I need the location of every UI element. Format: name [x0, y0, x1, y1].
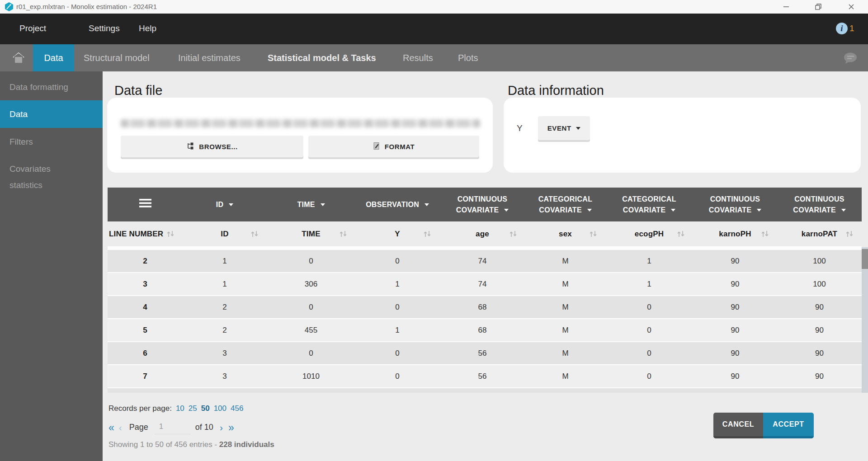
records-per-page-option-456[interactable]: 456	[231, 404, 243, 413]
sort-icon[interactable]	[338, 230, 348, 238]
browse-button[interactable]: BROWSE...	[121, 136, 303, 157]
main-content: Data file BROWSE...	[103, 71, 868, 461]
sort-icon[interactable]	[422, 230, 432, 238]
cancel-button[interactable]: CANCEL	[713, 413, 763, 438]
column-header-line-number: LINE NUMBER	[108, 221, 183, 246]
accept-button[interactable]: ACCEPT	[763, 413, 814, 438]
sort-icon[interactable]	[676, 230, 686, 238]
hamburger-menu-icon[interactable]	[139, 198, 151, 211]
column-type-header: TIME	[267, 188, 355, 221]
column-type-dropdown[interactable]: TIME	[297, 199, 325, 210]
vertical-scrollbar[interactable]	[862, 247, 868, 393]
sort-icon[interactable]	[165, 230, 175, 238]
table-row: 630056M09090	[108, 342, 862, 364]
browse-label: BROWSE...	[199, 143, 237, 151]
chevron-down-icon	[229, 203, 233, 206]
notification-badge[interactable]: i 1	[836, 23, 854, 34]
showing-text: Showing 1 to 50 of 456 entries -	[108, 440, 219, 449]
tab-results[interactable]: Results	[403, 44, 433, 71]
column-type-dropdown[interactable]: CONTINUOUS COVARIATE	[786, 194, 854, 216]
column-header-label: karnoPAT	[802, 230, 837, 239]
page-of-label: of 10	[195, 423, 213, 432]
previous-page-icon[interactable]: ‹	[119, 423, 122, 432]
column-header-row: LINE NUMBERIDTIMEYagesexecogPHkarnoPHkar…	[108, 221, 862, 246]
column-type-header: CATEGORICAL COVARIATE	[525, 188, 605, 221]
column-type-header: CONTINUOUS COVARIATE	[439, 188, 525, 221]
column-type-header: CATEGORICAL COVARIATE	[605, 188, 693, 221]
records-per-page-option-10[interactable]: 10	[176, 404, 184, 413]
sort-icon[interactable]	[588, 230, 598, 238]
table-cell: 0	[605, 303, 693, 312]
records-per-page: Records per page: 102550100456	[108, 404, 243, 413]
page-number-input[interactable]	[155, 420, 191, 434]
column-type-dropdown[interactable]: CATEGORICAL COVARIATE	[532, 194, 599, 216]
sidebar-item-data[interactable]: Data	[0, 100, 103, 128]
column-type-dropdown[interactable]: CONTINUOUS COVARIATE	[701, 194, 769, 216]
table-cell: 0	[355, 349, 439, 358]
table-cell: 68	[439, 303, 525, 312]
restore-icon[interactable]	[811, 0, 826, 14]
next-page-icon[interactable]: ›	[220, 423, 223, 432]
column-type-header: CONTINUOUS COVARIATE	[777, 188, 862, 221]
table-cell: M	[525, 280, 605, 289]
records-per-page-option-50[interactable]: 50	[201, 404, 210, 413]
table-cell: 0	[605, 372, 693, 381]
chevron-down-icon	[757, 209, 761, 212]
chat-bubble-icon[interactable]	[842, 50, 859, 69]
column-type-dropdown[interactable]: OBSERVATION	[366, 199, 429, 210]
table-cell: 1	[355, 326, 439, 335]
sort-icon[interactable]	[844, 230, 854, 238]
sidebar-item-filters[interactable]: Filters	[0, 134, 103, 150]
tab-data[interactable]: Data	[33, 44, 74, 71]
table-cell: 2	[183, 303, 267, 312]
column-type-dropdown[interactable]: CONTINUOUS COVARIATE	[448, 194, 516, 216]
menu-help[interactable]: Help	[139, 24, 156, 33]
data-file-title: Data file	[114, 83, 162, 98]
page-label: Page	[129, 423, 148, 432]
sidebar-item-covariates-statistics[interactable]: Covariates statistics	[0, 161, 72, 193]
column-header-y: Y	[355, 221, 439, 246]
menubar: Project Settings Help i 1	[0, 14, 868, 44]
y-type-value: EVENT	[547, 124, 571, 132]
menu-project[interactable]: Project	[19, 24, 46, 33]
column-header-time: TIME	[267, 221, 355, 246]
records-per-page-option-25[interactable]: 25	[189, 404, 197, 413]
tab-statistical-model-tasks[interactable]: Statistical model & Tasks	[268, 44, 376, 71]
sort-icon[interactable]	[760, 230, 770, 238]
column-header-karnopat: karnoPAT	[777, 221, 862, 246]
home-icon[interactable]	[12, 51, 25, 66]
close-icon[interactable]	[844, 0, 859, 14]
table-cell: 90	[693, 280, 777, 289]
chevron-down-icon	[671, 209, 675, 212]
table-cell: 1	[355, 280, 439, 289]
y-type-dropdown[interactable]: EVENT	[538, 116, 590, 140]
table-cell: 306	[267, 280, 355, 289]
tab-plots[interactable]: Plots	[458, 44, 478, 71]
table-cell: 90	[777, 326, 862, 335]
column-type-dropdown[interactable]: ID	[216, 199, 233, 210]
monolix-logo-icon	[4, 2, 14, 14]
sort-icon[interactable]	[250, 230, 259, 238]
entries-summary: Showing 1 to 50 of 456 entries - 228 ind…	[108, 440, 274, 449]
chevron-down-icon	[587, 209, 592, 212]
table-body: 210074M19010031306174M190100420068M09090…	[108, 246, 862, 393]
tab-structural-model[interactable]: Structural model	[84, 44, 150, 71]
data-file-card: BROWSE... FORMAT	[107, 98, 493, 173]
table-cell: 1	[183, 280, 267, 289]
sidebar-item-data-formatting[interactable]: Data formatting	[0, 80, 103, 95]
first-page-icon[interactable]: «	[108, 423, 114, 432]
table-cell: 90	[693, 349, 777, 358]
column-header-label: Y	[395, 230, 400, 239]
action-buttons: CANCEL ACCEPT	[713, 413, 814, 438]
tab-initial-estimates[interactable]: Initial estimates	[178, 44, 241, 71]
minimize-icon[interactable]	[778, 0, 794, 14]
table-cell: 1	[605, 280, 693, 289]
records-per-page-option-100[interactable]: 100	[214, 404, 226, 413]
column-type-dropdown[interactable]: CATEGORICAL COVARIATE	[615, 194, 683, 216]
column-header-label: LINE NUMBER	[109, 230, 163, 239]
sort-icon[interactable]	[508, 230, 518, 238]
format-button[interactable]: FORMAT	[308, 136, 479, 157]
scrollbar-thumb[interactable]	[862, 249, 868, 269]
last-page-icon[interactable]: »	[228, 423, 234, 432]
menu-settings[interactable]: Settings	[89, 24, 120, 33]
